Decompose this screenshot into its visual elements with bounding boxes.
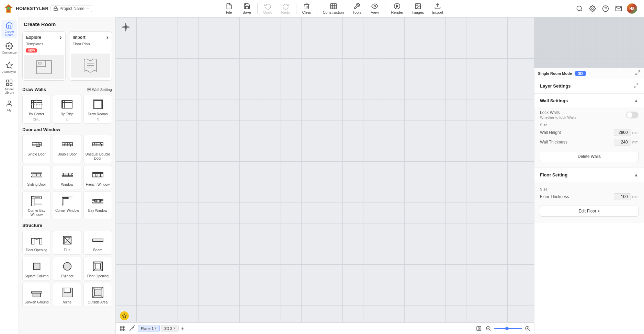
floor-setting-content: Size Floor Thickness 100 mm Edit Floor >: [534, 182, 644, 222]
item-cylinder[interactable]: Cylinder: [53, 257, 81, 281]
settings-icon-btn[interactable]: [588, 4, 597, 13]
single-room-mode-label[interactable]: Single Room Mode: [538, 71, 572, 76]
import-floor-plan-img: [71, 54, 111, 78]
svg-rect-66: [92, 172, 103, 173]
toolbar-images[interactable]: Images: [407, 1, 428, 16]
plane-tab-3d-menu[interactable]: ▾: [173, 326, 176, 331]
toolbar-save[interactable]: Save: [238, 1, 256, 16]
item-corner-window[interactable]: Corner Window: [53, 191, 81, 219]
item-bay-window[interactable]: Bay Window: [83, 191, 112, 219]
toolbar-redo[interactable]: Redo: [277, 1, 295, 16]
layer-settings-section: Layer Settings: [534, 79, 644, 94]
plane-tab-1[interactable]: Plane 1 ▾: [138, 325, 160, 332]
ruler-icon[interactable]: [128, 324, 136, 333]
sidebar-item-my[interactable]: My: [1, 97, 17, 115]
toolbar-undo[interactable]: Undo: [259, 1, 277, 16]
item-unequal-double-door[interactable]: Unequal Double Door: [83, 135, 112, 163]
svg-rect-22: [7, 80, 9, 82]
svg-point-34: [88, 89, 89, 90]
svg-rect-30: [38, 62, 41, 64]
item-door-opening[interactable]: Door Opening: [22, 231, 51, 255]
svg-rect-42: [62, 101, 64, 108]
right-panel: Single Room Mode 3D Layer Settings Wall …: [534, 17, 644, 334]
toggle-3d-btn[interactable]: 3D: [575, 71, 586, 76]
item-window[interactable]: Window: [53, 165, 81, 189]
wall-height-value[interactable]: 2800: [614, 129, 631, 136]
svg-line-136: [489, 330, 490, 331]
user-avatar[interactable]: HS: [627, 3, 637, 14]
plane-tab-add[interactable]: +: [180, 326, 185, 331]
item-flue[interactable]: Flue: [53, 231, 81, 255]
toolbar-clear[interactable]: Clear: [298, 1, 316, 16]
item-niche[interactable]: Niche: [53, 283, 81, 307]
plane-tab-3d[interactable]: 3D 3 ▾: [161, 325, 178, 332]
canvas-area[interactable]: Plane 1 ▾ 3D 3 ▾ +: [116, 17, 534, 334]
project-name-btn[interactable]: Project Name: [50, 5, 92, 12]
draw-walls-draw-rooms[interactable]: Draw Rooms R: [83, 95, 112, 124]
panel-title: Create Room: [22, 21, 112, 27]
sidebar-item-model-library[interactable]: Model Library: [1, 78, 17, 95]
toolbar-view[interactable]: View: [366, 1, 384, 16]
item-square-column[interactable]: Square Column: [22, 257, 51, 281]
compass-icon: [121, 22, 131, 34]
promo-badge[interactable]: [120, 311, 129, 320]
svg-rect-60: [62, 173, 72, 174]
floor-setting-toggle-icon: ▲: [634, 172, 639, 177]
sidebar-item-create-room[interactable]: Create Room: [1, 20, 17, 38]
mail-icon-btn[interactable]: [614, 4, 623, 13]
zoom-out-btn[interactable]: [485, 325, 492, 332]
svg-rect-98: [92, 239, 103, 242]
draw-walls-section-header: Draw Walls Wall Setting: [22, 87, 112, 92]
toolbar-render[interactable]: Render: [387, 1, 407, 16]
item-french-window[interactable]: French Window: [83, 165, 112, 189]
floor-thickness-value[interactable]: 100: [614, 193, 631, 200]
svg-line-147: [636, 84, 638, 85]
explore-templates-card[interactable]: Explore › Templates NEW: [22, 31, 66, 81]
delete-walls-btn[interactable]: Delete Walls: [540, 151, 639, 162]
zoom-in-btn[interactable]: [524, 325, 531, 332]
wall-thickness-value[interactable]: 240: [614, 139, 631, 146]
svg-line-146: [636, 73, 637, 75]
svg-rect-24: [7, 83, 9, 85]
svg-line-145: [638, 71, 640, 72]
grid-toggle-icon[interactable]: [118, 324, 127, 333]
draw-walls-by-edge[interactable]: By Edge L: [53, 95, 81, 124]
toolbar-construction[interactable]: Construction: [319, 1, 348, 16]
item-sunken-ground[interactable]: Sunken Ground: [22, 283, 51, 307]
item-sliding-door[interactable]: Sliding Door: [22, 165, 51, 189]
wall-settings-header[interactable]: Wall Settings ▲: [534, 94, 644, 107]
plane-tab-1-menu[interactable]: ▾: [155, 326, 157, 331]
item-outside-area[interactable]: Outside Area: [83, 283, 112, 307]
floor-setting-header[interactable]: Floor Setting ▲: [534, 168, 644, 182]
search-icon-btn[interactable]: [575, 4, 584, 13]
wall-setting-link[interactable]: Wall Setting: [87, 88, 112, 92]
svg-rect-44: [93, 100, 102, 109]
toolbar-export[interactable]: Export: [428, 1, 448, 16]
expand-preview-btn[interactable]: [635, 70, 641, 77]
svg-marker-11: [397, 5, 398, 7]
item-double-door[interactable]: Double Door: [53, 135, 81, 163]
item-corner-bay-window[interactable]: Corner Bay Window: [22, 191, 51, 219]
toolbar-tools[interactable]: Tools: [348, 1, 366, 16]
item-beam[interactable]: Beam: [83, 231, 112, 255]
svg-rect-134: [477, 326, 481, 331]
canvas-bottom-bar: Plane 1 ▾ 3D 3 ▾ +: [116, 322, 534, 334]
item-single-door[interactable]: Single Door: [22, 135, 51, 163]
sidebar-item-customize[interactable]: Customize: [1, 39, 17, 57]
draw-walls-by-center[interactable]: By Center Ctrl L: [22, 95, 51, 124]
svg-rect-59: [37, 174, 41, 176]
toolbar-file[interactable]: File: [220, 1, 238, 16]
sidebar-item-autostyler[interactable]: Autostyler: [1, 58, 17, 76]
item-floor-opening[interactable]: Floor Opening: [83, 257, 112, 281]
zoom-fit-btn[interactable]: [475, 325, 483, 332]
help-icon-btn[interactable]: [601, 4, 610, 13]
import-floor-plan-card[interactable]: Import › Floor Plan: [69, 31, 112, 81]
layer-settings-expand-btn[interactable]: [634, 83, 639, 89]
zoom-slider[interactable]: [494, 328, 522, 329]
wall-height-row: Wall Height 2800 mm: [540, 129, 639, 136]
main-content: Create Room Customize Autostyler Model L…: [0, 17, 644, 334]
door-window-section-header: Door and Window: [22, 127, 112, 132]
lock-walls-toggle[interactable]: [626, 112, 639, 118]
edit-floor-btn[interactable]: Edit Floor >: [540, 206, 639, 217]
left-icon-bar: Create Room Customize Autostyler Model L…: [0, 17, 19, 334]
